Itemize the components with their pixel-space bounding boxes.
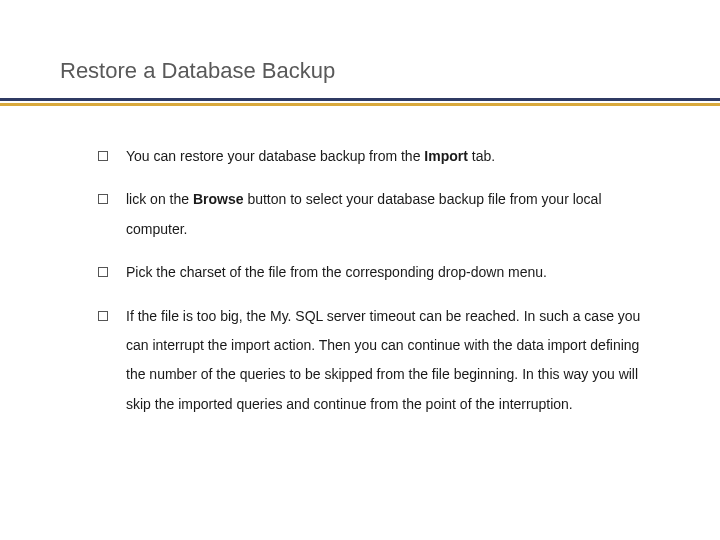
list-item-text: lick on the Browse button to select your…: [126, 185, 650, 244]
list-item-text: If the file is too big, the My. SQL serv…: [126, 302, 650, 420]
title-divider: [58, 98, 670, 108]
list-item: You can restore your database backup fro…: [98, 142, 650, 171]
list-item: lick on the Browse button to select your…: [98, 185, 650, 244]
bullet-icon: [98, 151, 108, 161]
slide-title: Restore a Database Backup: [60, 58, 670, 84]
bullet-list: You can restore your database backup fro…: [98, 142, 650, 419]
list-item: If the file is too big, the My. SQL serv…: [98, 302, 650, 420]
list-item-text: You can restore your database backup fro…: [126, 142, 650, 171]
bullet-icon: [98, 267, 108, 277]
list-item: Pick the charset of the file from the co…: [98, 258, 650, 287]
bullet-icon: [98, 311, 108, 321]
bullet-icon: [98, 194, 108, 204]
list-item-text: Pick the charset of the file from the co…: [126, 258, 650, 287]
